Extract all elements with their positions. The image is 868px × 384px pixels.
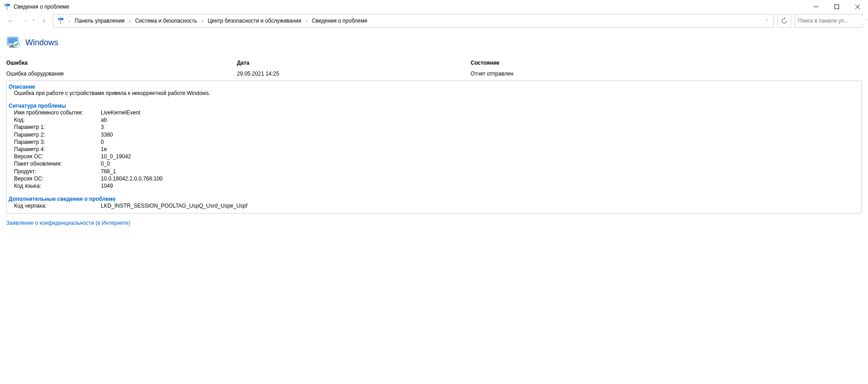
detail-value: 0: [101, 138, 861, 146]
detail-value: LKD_INSTR_SESSION_POOLTAG_UspQ_Usrd_Uspe…: [101, 202, 861, 209]
extra-rows: Код черпака:LKD_INSTR_SESSION_POOLTAG_Us…: [7, 202, 861, 209]
detail-row: Версия ОС:10.0.19042.2.0.0.768.100: [7, 175, 861, 182]
chevron-right-icon: ›: [200, 19, 205, 24]
detail-row: Код черпака:LKD_INSTR_SESSION_POOLTAG_Us…: [7, 202, 861, 209]
detail-key: Пакет обновления:: [14, 160, 101, 167]
chevron-down-icon[interactable]: ˅: [761, 19, 772, 24]
detail-row: Имя проблемного события:LiveKernelEvent: [7, 109, 861, 116]
svg-rect-2: [835, 5, 839, 9]
detail-value: 3380: [101, 131, 861, 138]
details-box: Описание Ошибка при работе с устройствам…: [6, 81, 862, 213]
search-input[interactable]: [798, 18, 866, 24]
maximize-button[interactable]: [826, 0, 847, 14]
detail-value: 1e: [101, 146, 861, 153]
date-value: 29.05.2021 14:25: [237, 71, 471, 77]
breadcrumb-item[interactable]: Сведения о проблеме: [310, 17, 369, 25]
detail-key: Имя проблемного события:: [14, 109, 101, 116]
chevron-right-icon: ›: [304, 19, 309, 24]
back-button[interactable]: ←: [5, 15, 16, 26]
minimize-button[interactable]: [806, 0, 826, 14]
date-header: Дата: [237, 60, 471, 66]
detail-key: Код языка:: [14, 182, 101, 190]
detail-value: 3: [101, 123, 861, 131]
heading-label: Windows: [25, 38, 58, 47]
svg-point-12: [13, 41, 19, 47]
close-button[interactable]: [847, 0, 868, 14]
detail-value: 0_0: [101, 160, 861, 167]
detail-value: LiveKernelEvent: [101, 109, 861, 116]
detail-key: Параметр 3:: [14, 138, 101, 146]
detail-value: 10_0_19042: [101, 153, 861, 160]
description-text: Ошибка при работе с устройствами привела…: [7, 90, 861, 96]
detail-row: Пакет обновления:0_0: [7, 160, 861, 167]
page-heading: Windows: [6, 35, 862, 50]
status-header: Состояние: [471, 60, 862, 66]
detail-row: Параметр 4:1e: [7, 146, 861, 153]
detail-row: Продукт:768_1: [7, 168, 861, 175]
window-title: Сведения о проблеме: [14, 4, 69, 10]
content: Windows Ошибка Ошибка оборудования Дата …: [0, 29, 868, 232]
detail-key: Версия ОС:: [14, 153, 101, 160]
breadcrumb-item[interactable]: Центр безопасности и обслуживания: [206, 17, 303, 25]
error-value: Ошибка оборудования: [6, 71, 237, 77]
detail-key: Версия ОС:: [14, 175, 101, 182]
detail-row: Параметр 2:3380: [7, 131, 861, 138]
addressbar[interactable]: › Панель управления › Система и безопасн…: [53, 14, 774, 28]
extra-header: Дополнительные сведения о проблеме: [7, 196, 861, 202]
summary-columns: Ошибка Ошибка оборудования Дата 29.05.20…: [6, 60, 862, 81]
flag-icon: [57, 17, 64, 24]
refresh-button[interactable]: [778, 14, 791, 28]
flag-icon: [4, 3, 11, 10]
detail-row: Код языка:1049: [7, 182, 861, 190]
chevron-right-icon: ›: [67, 19, 72, 24]
detail-value: 768_1: [101, 168, 861, 175]
detail-key: Параметр 1:: [14, 123, 101, 131]
detail-value: 1049: [101, 182, 861, 190]
breadcrumb-item[interactable]: Панель управления: [73, 17, 126, 25]
detail-key: Параметр 4:: [14, 146, 101, 153]
breadcrumb-item[interactable]: Система и безопасность: [133, 17, 199, 25]
history-dropdown[interactable]: ˅: [33, 19, 35, 24]
up-button[interactable]: ↑: [38, 15, 49, 26]
titlebar: Сведения о проблеме: [0, 0, 868, 14]
error-header: Ошибка: [6, 60, 237, 66]
detail-key: Параметр 2:: [14, 131, 101, 138]
signature-header: Сигнатура проблемы: [7, 103, 861, 109]
detail-value: 10.0.19042.2.0.0.768.100: [101, 175, 861, 182]
detail-row: Версия ОС:10_0_19042: [7, 153, 861, 160]
privacy-link[interactable]: Заявление о конфиденциальности (в Интерн…: [6, 220, 130, 226]
detail-key: Код:: [14, 116, 101, 123]
navbar: ← → ˅ ↑ › Панель управления › Система и …: [0, 14, 868, 28]
detail-key: Код черпака:: [14, 202, 101, 209]
detail-row: Код:ab: [7, 116, 861, 123]
monitor-check-icon: [6, 35, 21, 50]
chevron-right-icon: ›: [127, 19, 132, 24]
forward-button[interactable]: →: [20, 15, 31, 26]
detail-row: Параметр 3:0: [7, 138, 861, 146]
detail-row: Параметр 1:3: [7, 123, 861, 131]
signature-rows: Имя проблемного события:LiveKernelEventК…: [7, 109, 861, 190]
detail-key: Продукт:: [14, 168, 101, 175]
search-box[interactable]: [795, 14, 863, 28]
detail-value: ab: [101, 116, 861, 123]
status-value: Отчет отправлен: [471, 71, 862, 77]
description-header: Описание: [7, 84, 861, 90]
